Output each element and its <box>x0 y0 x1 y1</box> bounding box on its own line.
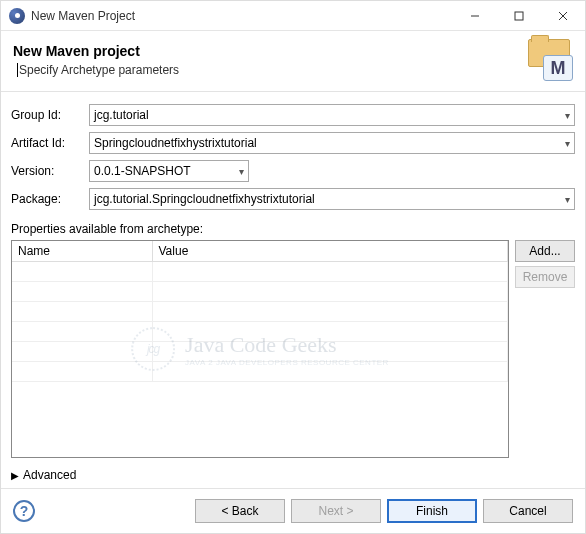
table-row[interactable] <box>12 342 508 362</box>
table-row[interactable] <box>12 362 508 382</box>
back-button[interactable]: < Back <box>195 499 285 523</box>
artifact-id-input[interactable]: Springcloudnetfixhystrixtutorial ▾ <box>89 132 575 154</box>
minimize-button[interactable] <box>453 1 497 31</box>
wizard-footer: ? < Back Next > Finish Cancel <box>1 488 585 533</box>
group-id-input[interactable]: jcg.tutorial ▾ <box>89 104 575 126</box>
wizard-title: New Maven project <box>13 43 525 59</box>
advanced-expander[interactable]: ▶ Advanced <box>11 468 575 482</box>
remove-property-button: Remove <box>515 266 575 288</box>
package-input[interactable]: jcg.tutorial.Springcloudnetfixhystrixtut… <box>89 188 575 210</box>
version-label: Version: <box>11 164 83 178</box>
properties-table[interactable]: Name Value jcg Java Code Geeks JA <box>11 240 509 458</box>
package-label: Package: <box>11 192 83 206</box>
chevron-down-icon: ▾ <box>565 138 570 149</box>
maximize-button[interactable] <box>497 1 541 31</box>
help-button[interactable]: ? <box>13 500 35 522</box>
artifact-id-label: Artifact Id: <box>11 136 83 150</box>
wizard-header: New Maven project Specify Archetype para… <box>1 31 585 92</box>
cancel-button[interactable]: Cancel <box>483 499 573 523</box>
chevron-down-icon: ▾ <box>239 166 244 177</box>
chevron-down-icon: ▾ <box>565 110 570 121</box>
properties-section-label: Properties available from archetype: <box>11 222 575 236</box>
column-header-value[interactable]: Value <box>152 241 508 262</box>
add-property-button[interactable]: Add... <box>515 240 575 262</box>
table-row[interactable] <box>12 262 508 282</box>
svg-rect-1 <box>515 12 523 20</box>
eclipse-app-icon <box>9 8 25 24</box>
version-input[interactable]: 0.0.1-SNAPSHOT ▾ <box>89 160 249 182</box>
advanced-label: Advanced <box>23 468 76 482</box>
column-header-name[interactable]: Name <box>12 241 152 262</box>
next-button: Next > <box>291 499 381 523</box>
wizard-subtitle: Specify Archetype parameters <box>13 63 525 78</box>
expand-icon: ▶ <box>11 470 19 481</box>
close-button[interactable] <box>541 1 585 31</box>
table-row[interactable] <box>12 322 508 342</box>
title-bar: New Maven Project <box>1 1 585 31</box>
maven-project-icon: M <box>525 39 573 81</box>
table-row[interactable] <box>12 302 508 322</box>
wizard-content: Group Id: jcg.tutorial ▾ Artifact Id: Sp… <box>1 92 585 488</box>
chevron-down-icon: ▾ <box>565 194 570 205</box>
group-id-label: Group Id: <box>11 108 83 122</box>
table-row[interactable] <box>12 282 508 302</box>
finish-button[interactable]: Finish <box>387 499 477 523</box>
window-title: New Maven Project <box>31 9 135 23</box>
